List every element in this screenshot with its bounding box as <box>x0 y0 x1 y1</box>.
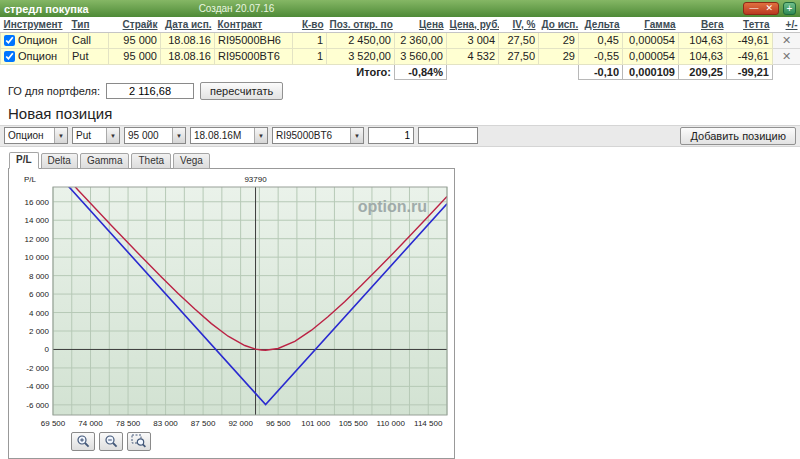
go-label: ГО для портфеля: <box>8 85 100 97</box>
cell-qty: 1 <box>293 32 327 48</box>
svg-text:110 000: 110 000 <box>377 419 406 428</box>
svg-text:83 000: 83 000 <box>153 419 178 428</box>
svg-text:101 000: 101 000 <box>301 419 330 428</box>
cell-price: 3 560,00 <box>395 48 447 64</box>
cell-contract: RI95000BH6 <box>215 32 293 48</box>
row-enabled-checkbox[interactable] <box>4 51 15 62</box>
strike-select[interactable]: 95 000 ▼ <box>124 127 186 144</box>
cell-qty: 1 <box>293 48 327 64</box>
minimize-button[interactable]: — <box>749 3 758 14</box>
header-vega[interactable]: Вега <box>679 17 727 32</box>
new-position-bar: Опцион ▼ Put ▼ 95 000 ▼ 18.08.16M ▼ RI95… <box>0 125 800 147</box>
svg-text:87 500: 87 500 <box>191 419 216 428</box>
cell-theta: -49,61 <box>727 32 773 48</box>
cell-instrument: Опцион <box>18 34 57 46</box>
header-theta[interactable]: Тетта <box>727 17 773 32</box>
svg-text:8 000: 8 000 <box>29 271 50 280</box>
zoom-area-icon <box>131 434 147 448</box>
header-expiry[interactable]: Дата исп. <box>161 17 215 32</box>
svg-text:P/L: P/L <box>24 175 37 184</box>
cell-price-rub: 3 004 <box>447 32 499 48</box>
header-open-price[interactable]: Поз. откр. по <box>327 17 395 32</box>
cell-strike: 95 000 <box>109 48 161 64</box>
header-contract[interactable]: Контракт <box>215 17 293 32</box>
totals-percent: -0,84% <box>395 64 447 79</box>
svg-text:6 000: 6 000 <box>29 290 50 299</box>
zoom-out-icon <box>104 434 119 448</box>
tab-pl[interactable]: P/L <box>9 152 39 169</box>
cell-iv: 27,50 <box>499 48 539 64</box>
zoom-in-button[interactable] <box>71 432 95 451</box>
header-plus-minus[interactable]: +/- <box>773 17 800 32</box>
svg-text:92 000: 92 000 <box>228 419 253 428</box>
totals-theta: -99,21 <box>727 64 773 79</box>
cell-gamma: 0,000054 <box>623 48 679 64</box>
totals-label: Итого: <box>1 64 395 79</box>
header-strike[interactable]: Страйк <box>109 17 161 32</box>
header-days[interactable]: До исп. <box>539 17 579 32</box>
strike-select-value: 95 000 <box>128 130 159 141</box>
zoom-in-icon <box>76 434 91 448</box>
header-type[interactable]: Тип <box>69 17 109 32</box>
type-select-value: Put <box>76 130 91 141</box>
recalculate-button[interactable]: пересчитать <box>200 82 283 100</box>
header-instrument[interactable]: Инструмент <box>1 17 69 32</box>
svg-text:78 500: 78 500 <box>116 419 141 428</box>
type-select[interactable]: Put ▼ <box>72 127 120 144</box>
tab-theta[interactable]: Theta <box>131 153 171 169</box>
zoom-out-button[interactable] <box>99 432 123 451</box>
cell-days: 29 <box>539 48 579 64</box>
header-delta[interactable]: Дельта <box>579 17 623 32</box>
go-value-field[interactable] <box>106 83 194 99</box>
contract-select[interactable]: RI95000BT6 ▼ <box>272 127 364 144</box>
row-delete-button[interactable]: ✕ <box>773 48 800 64</box>
header-iv[interactable]: IV, % <box>499 17 539 32</box>
header-qty[interactable]: К-во <box>293 17 327 32</box>
close-button[interactable]: ✕ <box>765 3 773 14</box>
series-select[interactable]: 18.08.16M ▼ <box>190 127 268 144</box>
window-title: стредл покупка <box>4 3 89 15</box>
svg-text:12 000: 12 000 <box>25 234 50 243</box>
svg-text:69 500: 69 500 <box>41 419 66 428</box>
series-select-value: 18.08.16M <box>194 130 241 141</box>
row-enabled-checkbox[interactable] <box>4 35 15 46</box>
add-position-button[interactable]: Добавить позицию <box>680 127 796 145</box>
cell-contract: RI95000BT6 <box>215 48 293 64</box>
cell-open-price: 2 450,00 <box>327 32 395 48</box>
price-input[interactable] <box>418 127 478 144</box>
svg-text:96 500: 96 500 <box>266 419 291 428</box>
svg-text:4 000: 4 000 <box>29 308 50 317</box>
table-header-row: Инструмент Тип Страйк Дата исп. Контракт… <box>1 17 800 32</box>
tab-vega[interactable]: Vega <box>173 153 210 169</box>
chevron-down-icon: ▼ <box>172 128 185 143</box>
table-row: Опцион Put 95 000 18.08.16 RI95000BT6 1 … <box>1 48 800 64</box>
svg-text:16 000: 16 000 <box>25 197 50 206</box>
totals-row: Итого: -0,84% -0,10 0,000109 209,25 -99,… <box>1 64 800 79</box>
header-price-rub[interactable]: Цена, руб. <box>447 17 499 32</box>
svg-text:0: 0 <box>45 345 50 354</box>
row-delete-button[interactable]: ✕ <box>773 32 800 48</box>
chevron-down-icon: ▼ <box>54 128 67 143</box>
header-price[interactable]: Цена <box>395 17 447 32</box>
cell-strike: 95 000 <box>109 32 161 48</box>
chevron-down-icon: ▼ <box>254 128 267 143</box>
quantity-input[interactable] <box>368 127 414 144</box>
new-position-heading: Новая позиция <box>0 102 800 125</box>
instrument-select[interactable]: Опцион ▼ <box>4 127 68 144</box>
svg-text:-2 000: -2 000 <box>26 363 49 372</box>
chevron-down-icon: ▼ <box>106 128 119 143</box>
svg-text:14 000: 14 000 <box>25 216 50 225</box>
zoom-area-button[interactable] <box>127 432 151 451</box>
contract-select-value: RI95000BT6 <box>276 130 332 141</box>
add-portfolio-button[interactable]: + <box>783 2 796 15</box>
pl-chart-panel: -6 000-4 000-2 00002 0004 0006 0008 0001… <box>8 168 455 459</box>
cell-expiry: 18.08.16 <box>161 48 215 64</box>
header-gamma[interactable]: Гамма <box>623 17 679 32</box>
positions-table: Инструмент Тип Страйк Дата исп. Контракт… <box>0 17 800 80</box>
cell-price-rub: 4 532 <box>447 48 499 64</box>
cell-iv: 27,50 <box>499 32 539 48</box>
totals-delta: -0,10 <box>579 64 623 79</box>
svg-text:114 500: 114 500 <box>414 419 443 428</box>
tab-delta[interactable]: Delta <box>41 153 78 169</box>
tab-gamma[interactable]: Gamma <box>80 153 130 169</box>
